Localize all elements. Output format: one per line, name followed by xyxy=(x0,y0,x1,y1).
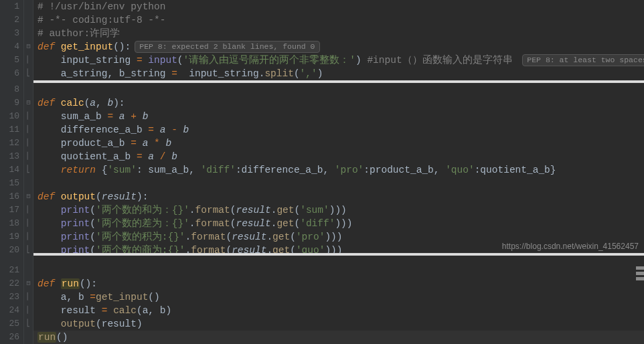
fold-marker[interactable]: ⎜ xyxy=(24,230,33,244)
paren: (): xyxy=(80,278,97,289)
fold-marker[interactable]: ⎣ xyxy=(24,163,33,177)
identifier: quotient_a_b xyxy=(37,151,137,162)
fold-marker[interactable]: ⎜ xyxy=(24,150,33,163)
method-format: format xyxy=(195,218,230,229)
builtin-print: print xyxy=(37,205,90,216)
code-line: print('两个数的差为：{}'.format(result.get('dif… xyxy=(33,217,644,230)
scroll-handle-icon[interactable] xyxy=(636,266,644,270)
pane-divider[interactable] xyxy=(33,253,644,256)
line-number: 19 xyxy=(0,230,19,244)
fold-marker[interactable]: ⎜ xyxy=(24,290,33,304)
identifier: sum_a_b xyxy=(37,111,107,122)
param: b xyxy=(183,124,189,135)
identifier: difference_a_b xyxy=(37,124,148,135)
pane-divider[interactable] xyxy=(33,80,644,83)
code-line xyxy=(33,264,644,277)
keyword-def: def xyxy=(37,278,61,289)
fold-marker[interactable]: ⎣ xyxy=(24,317,33,331)
operator: = xyxy=(171,68,177,79)
fold-marker[interactable]: ⊟ xyxy=(24,96,33,110)
fold-marker[interactable] xyxy=(24,177,33,190)
comma: , xyxy=(96,98,107,108)
fold-marker[interactable]: ⊟ xyxy=(24,40,33,54)
keyword-def: def xyxy=(37,191,61,202)
param: b xyxy=(171,151,177,162)
code-line: def output(result): xyxy=(33,190,644,203)
line-number: 17 xyxy=(0,203,19,217)
operator: - xyxy=(165,124,183,135)
line-number: 14 xyxy=(0,163,19,177)
inspection-hint[interactable]: PEP 8: expected 2 blank lines, found 0 xyxy=(135,41,319,53)
operator: = xyxy=(90,292,96,303)
call-run: run xyxy=(37,332,56,343)
line-number: 15 xyxy=(0,177,19,190)
string: 'pro' xyxy=(296,232,325,242)
builtin-input: input xyxy=(143,55,177,66)
code-line xyxy=(33,177,644,190)
fold-marker[interactable]: ⎜ xyxy=(24,217,33,230)
code-line: print('两个数的积为:{}'.format(result.get('pro… xyxy=(33,230,644,244)
operator: + xyxy=(125,111,143,122)
fold-marker[interactable] xyxy=(24,0,33,13)
string: '两个数的积为:{}' xyxy=(96,232,185,242)
paren: ): xyxy=(137,191,148,202)
fold-marker[interactable] xyxy=(24,331,33,344)
method-split: split xyxy=(264,68,294,79)
fold-marker[interactable] xyxy=(24,27,33,40)
fold-marker[interactable]: ⎜ xyxy=(24,203,33,217)
inspection-hint[interactable]: PEP 8: at least two spaces bef xyxy=(522,54,644,66)
operator: = xyxy=(131,138,137,149)
line-number: 6 xyxy=(0,67,19,80)
builtin-print: print xyxy=(37,218,90,229)
code-area[interactable]: # !/usr/bin/env python # -*- coding:utf-… xyxy=(33,0,644,344)
fold-marker[interactable] xyxy=(24,264,33,277)
code-line: sum_a_b = a + b xyxy=(33,110,644,123)
fold-marker[interactable]: ⎜ xyxy=(24,137,33,150)
identifier: b xyxy=(78,292,90,303)
keyword-def: def xyxy=(37,98,61,108)
fold-marker[interactable]: ⎜ xyxy=(24,54,33,67)
line-number: 5 xyxy=(0,54,19,67)
param: result xyxy=(232,232,266,242)
keyword-return: return xyxy=(37,165,102,175)
fold-marker[interactable]: ⊟ xyxy=(24,277,33,290)
line-number: 12 xyxy=(0,137,19,150)
param: b xyxy=(143,111,149,122)
scroll-handle-icon[interactable] xyxy=(636,277,644,280)
fold-marker[interactable]: ⊟ xyxy=(24,190,33,203)
operator: = xyxy=(137,55,143,66)
method-get: get xyxy=(276,205,294,216)
fold-marker[interactable]: ⎜ xyxy=(24,110,33,123)
string: 'quo' xyxy=(445,165,475,175)
identifier: a xyxy=(37,292,67,303)
line-number: 18 xyxy=(0,217,19,230)
fold-marker[interactable]: ⎜ xyxy=(24,123,33,137)
code-line: def calc(a, b): xyxy=(33,96,644,110)
method-get: get xyxy=(276,218,294,229)
param: result xyxy=(102,191,137,202)
line-number: 10 xyxy=(0,110,19,123)
fold-marker[interactable]: ⎣ xyxy=(24,67,33,80)
line-number-gutter: 1 2 3 4 5 6 8 9 10 11 12 13 14 15 16 17 … xyxy=(0,0,24,344)
comment: #input（）函数输入的是字符串 xyxy=(367,55,512,66)
fold-marker[interactable] xyxy=(24,13,33,27)
line-number: 13 xyxy=(0,150,19,163)
line-number: 22 xyxy=(0,277,19,290)
line-number: 20 xyxy=(0,244,19,257)
fold-marker[interactable] xyxy=(24,83,33,96)
scroll-handle-icon[interactable] xyxy=(636,272,644,275)
builtin-print: print xyxy=(37,232,90,242)
func-name: output xyxy=(61,191,96,202)
comment: # author:许同学 xyxy=(37,28,120,39)
fold-column: ⊟ ⎜ ⎣ ⊟ ⎜ ⎜ ⎜ ⎜ ⎣ ⊟ ⎜ ⎜ ⎜ ⎣ ⊟ ⎜ ⎜ ⎣ xyxy=(24,0,33,344)
code-line: def get_input():PEP 8: expected 2 blank … xyxy=(33,40,644,54)
param: result xyxy=(236,205,270,216)
code-line: # !/usr/bin/env python xyxy=(33,0,644,13)
code-line: result = calc(a, b) xyxy=(33,304,644,317)
fold-marker[interactable]: ⎜ xyxy=(24,304,33,317)
string: ',' xyxy=(300,68,317,79)
code-editor[interactable]: 1 2 3 4 5 6 8 9 10 11 12 13 14 15 16 17 … xyxy=(0,0,644,344)
string: '两个数的差为：{}' xyxy=(96,218,189,229)
method-get: get xyxy=(272,232,290,242)
fold-marker[interactable]: ⎣ xyxy=(24,244,33,257)
